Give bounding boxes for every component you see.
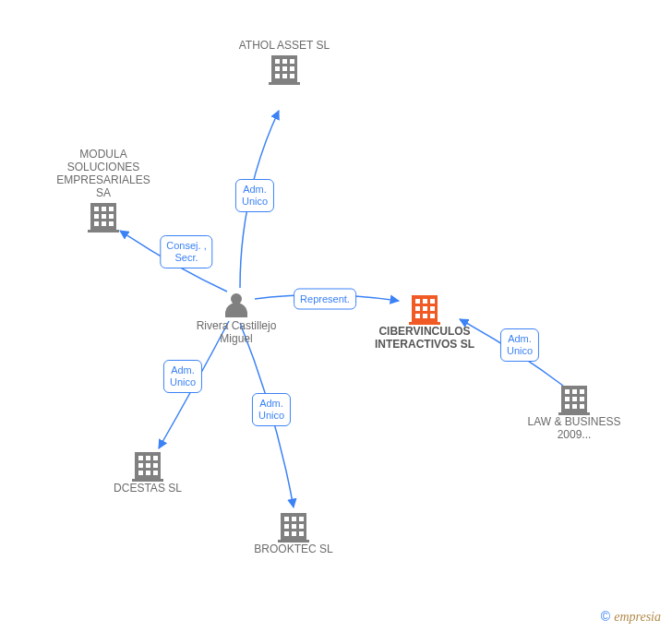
building-icon bbox=[281, 513, 306, 541]
building-icon bbox=[271, 55, 297, 83]
node-company-dcestas[interactable]: DCESTAS SL bbox=[92, 452, 203, 495]
watermark-brand: empresia bbox=[614, 610, 661, 624]
node-company-athol[interactable]: ATHOL ASSET SL bbox=[229, 37, 340, 83]
company-name: BROOKTEC SL bbox=[238, 543, 349, 555]
node-company-law-business[interactable]: LAW & BUSINESS 2009... bbox=[519, 386, 630, 441]
building-icon bbox=[135, 452, 161, 480]
company-name: LAW & BUSINESS 2009... bbox=[519, 415, 630, 441]
company-name: CIBERVINCULOS INTERACTIVOS SL bbox=[369, 325, 480, 351]
watermark: ©empresia bbox=[601, 609, 661, 625]
edge-label-modula: Consej. , Secr. bbox=[160, 235, 212, 268]
node-company-brooktec[interactable]: BROOKTEC SL bbox=[238, 513, 349, 555]
building-icon bbox=[90, 203, 116, 231]
diagram-stage: Adm. Unico Consej. , Secr. Adm. Unico Ad… bbox=[0, 0, 672, 632]
building-icon bbox=[412, 295, 438, 323]
edge-label-athol: Adm. Unico bbox=[235, 179, 274, 212]
node-company-cibervinculos[interactable]: CIBERVINCULOS INTERACTIVOS SL bbox=[369, 295, 480, 351]
company-name: MODULA SOLUCIONES EMPRESARIALES SA bbox=[48, 148, 159, 199]
edge-label-dcestas: Adm. Unico bbox=[163, 360, 202, 393]
company-name: ATHOL ASSET SL bbox=[229, 39, 340, 52]
person-name: Rivera Castillejo Miguel bbox=[181, 319, 292, 345]
node-person-rivera[interactable]: Rivera Castillejo Miguel bbox=[181, 293, 292, 345]
edge-label-represent: Represent. bbox=[294, 289, 356, 310]
node-company-modula[interactable]: MODULA SOLUCIONES EMPRESARIALES SA bbox=[48, 146, 159, 231]
edge-label-brooktec: Adm. Unico bbox=[252, 393, 291, 426]
company-name: DCESTAS SL bbox=[92, 482, 203, 495]
person-icon bbox=[225, 293, 247, 317]
copyright-symbol: © bbox=[601, 609, 610, 624]
edge-label-law: Adm. Unico bbox=[500, 328, 539, 362]
building-icon bbox=[561, 386, 587, 413]
